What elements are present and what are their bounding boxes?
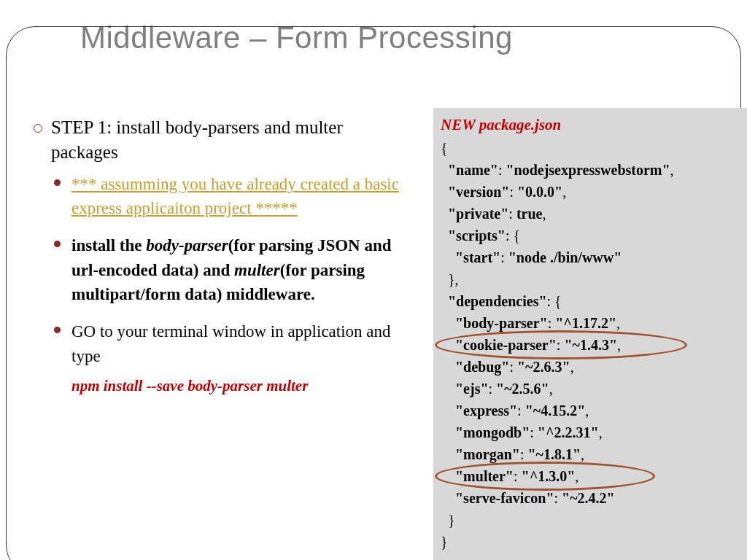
- code-line: "private": true,: [441, 203, 740, 225]
- code-line: }: [441, 509, 740, 531]
- code-line: "name": "nodejsexpresswebstorm",: [441, 159, 740, 181]
- code-line: "body-parser": "^1.17.2",: [441, 312, 740, 334]
- code-line: "version": "0.0.0",: [441, 181, 740, 203]
- code-line: "ejs": "~2.5.6",: [441, 378, 740, 400]
- step1-item: STEP 1: install body-parsers and multer …: [29, 115, 409, 396]
- assume-item: *** assumming you have already created a…: [51, 172, 409, 221]
- goto-item: GO to your terminal window in applicatio…: [51, 319, 409, 368]
- code-panel: NEW package.json { "name": "nodejsexpres…: [433, 108, 747, 560]
- code-line: "scripts": {: [441, 225, 740, 246]
- step1-text: STEP 1: install body-parsers and multer …: [51, 117, 343, 162]
- code-line: {: [441, 137, 740, 159]
- code-line: "multer": "^1.3.0",: [441, 465, 740, 487]
- npm-command: npm install --save body-parser multer: [71, 376, 409, 396]
- code-line: "cookie-parser": "~1.4.3",: [441, 334, 740, 356]
- code-line: "start": "node ./bin/www": [441, 246, 740, 268]
- install-item: install the body-parser(for parsing JSON…: [51, 233, 409, 306]
- code-line: "dependencies": {: [441, 290, 740, 312]
- code-line: "serve-favicon": "~2.4.2": [441, 487, 740, 509]
- assume-link[interactable]: *** assumming you have already created a…: [71, 175, 399, 217]
- code-line: "express": "~4.15.2",: [441, 400, 740, 421]
- code-line: }: [441, 531, 740, 553]
- code-line: "debug": "~2.6.3",: [441, 356, 740, 378]
- code-line: "mongodb": "^2.2.31",: [441, 421, 740, 443]
- code-line: "morgan": "~1.8.1",: [441, 443, 740, 465]
- code-header: NEW package.json: [441, 114, 740, 137]
- content-left: STEP 1: install body-parsers and multer …: [29, 115, 409, 402]
- code-line: },: [441, 268, 740, 290]
- slide: Middleware – Form Processing STEP 1: ins…: [0, 20, 747, 560]
